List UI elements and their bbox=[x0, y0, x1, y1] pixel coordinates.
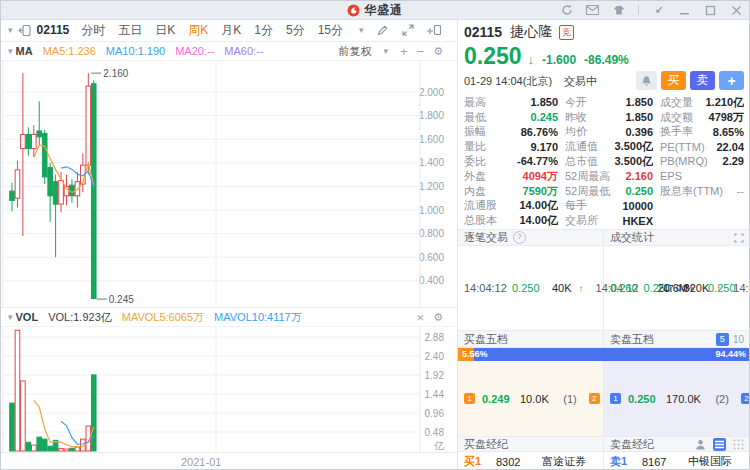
ma-value: MA10:1.190 bbox=[106, 45, 165, 57]
quote-label: 交易所 bbox=[565, 213, 598, 228]
stats-row: 0.26020.6M17.04% bbox=[604, 281, 702, 295]
gear-icon[interactable]: ⚙ bbox=[433, 45, 443, 58]
buy-button[interactable]: 买 bbox=[661, 71, 686, 90]
tab-日K[interactable]: 日K bbox=[155, 22, 175, 39]
add-pane-icon[interactable] bbox=[427, 24, 441, 36]
sell1-tag: 卖1 bbox=[610, 454, 642, 469]
sell-depth-row[interactable]: 10.250170.0K(2) bbox=[604, 391, 735, 406]
tab-1分[interactable]: 1分 bbox=[254, 22, 273, 39]
sell-button[interactable]: 卖 bbox=[690, 71, 715, 90]
help-icon[interactable]: ? bbox=[513, 231, 526, 244]
add-watchlist-button[interactable]: + bbox=[719, 71, 744, 90]
tab-5分[interactable]: 5分 bbox=[286, 22, 305, 39]
quote-value: 0.250 bbox=[625, 185, 653, 197]
vol-indicator-name[interactable]: VOL bbox=[16, 311, 39, 323]
last-price: 0.250 bbox=[464, 44, 522, 69]
window-controls bbox=[560, 1, 743, 19]
up-arrow-icon: ↑ bbox=[572, 283, 584, 294]
period-tab-list: 分时五日日K周K月K1分5分15分 bbox=[81, 22, 356, 39]
quote-cell-empty bbox=[660, 198, 744, 213]
fullscreen-icon[interactable] bbox=[402, 24, 414, 36]
popout-icon[interactable] bbox=[652, 4, 665, 17]
more-periods-caret[interactable]: ▾ bbox=[359, 25, 364, 35]
quote-value: 7590万 bbox=[523, 184, 558, 199]
chevron-down-icon[interactable]: ▾ bbox=[8, 25, 13, 35]
list-view-icon[interactable] bbox=[713, 438, 726, 451]
close-indicator-icon[interactable]: × bbox=[417, 311, 425, 324]
quote-label: 外盘 bbox=[464, 169, 486, 184]
draw-pencil-icon[interactable] bbox=[377, 24, 389, 36]
volume-chart[interactable]: 2.882.401.921.440.960.48亿 bbox=[1, 327, 457, 452]
quote-label: 委比 bbox=[464, 154, 486, 169]
quote-cell-52周最高: 52周最高2.160 bbox=[565, 169, 653, 184]
quote-cell-总市值: 总市值3.500亿 bbox=[565, 154, 653, 169]
sell-broker-item[interactable]: 卖1 8167 中银国际 bbox=[604, 452, 750, 470]
zoom-out-button[interactable]: − bbox=[417, 45, 425, 58]
broker-queue-row: 买1 8302 富途证券 卖1 8167 中银国际 bbox=[458, 452, 750, 470]
quote-label: 昨收 bbox=[565, 110, 587, 125]
sell-broker-title: 卖盘经纪 bbox=[610, 437, 654, 452]
tab-周K[interactable]: 周K bbox=[188, 22, 208, 39]
ma-value: MA5:1.236 bbox=[43, 45, 96, 57]
quote-label: 总股本 bbox=[464, 213, 497, 228]
tab-15分[interactable]: 15分 bbox=[318, 22, 343, 39]
tick-trade-list[interactable]: 14:04:120.25040K↑14:04:120.250320K↑14:04… bbox=[458, 246, 604, 330]
time-axis: 2021-01 bbox=[1, 452, 457, 470]
quote-cell-今开: 今开1.850 bbox=[565, 95, 653, 110]
tab-分时[interactable]: 分时 bbox=[81, 22, 105, 39]
stats-volume: 17.8M bbox=[744, 282, 750, 294]
svg-text:2.40: 2.40 bbox=[425, 351, 445, 362]
minimize-icon[interactable] bbox=[678, 4, 691, 17]
quote-cell-换手率: 换手率8.65% bbox=[660, 124, 744, 139]
mail-icon[interactable] bbox=[586, 4, 599, 17]
quote-label: 换手率 bbox=[660, 124, 693, 139]
quote-grid: 最高1.850今开1.850成交量1.210亿最低0.245昨收1.850成交额… bbox=[458, 95, 750, 229]
maximize-icon[interactable] bbox=[704, 4, 717, 17]
ma-caret-icon[interactable]: ▾ bbox=[8, 46, 13, 56]
depth-10-toggle[interactable]: 10 bbox=[733, 334, 744, 345]
svg-text:2.000: 2.000 bbox=[419, 87, 444, 98]
tick-time: 14:04:12 bbox=[464, 282, 512, 294]
svg-text:0.400: 0.400 bbox=[419, 275, 444, 286]
refresh-icon[interactable] bbox=[560, 4, 573, 17]
close-icon[interactable] bbox=[730, 4, 743, 17]
chart-tools bbox=[377, 19, 441, 41]
grid-view-icon[interactable] bbox=[733, 439, 744, 450]
sell-broker-id: 8167 bbox=[642, 456, 688, 468]
tab-月K[interactable]: 月K bbox=[221, 22, 241, 39]
adjust-caret-icon[interactable]: ▾ bbox=[383, 46, 388, 56]
gear-icon[interactable]: ⚙ bbox=[433, 311, 443, 324]
vol-caret-icon[interactable]: ▾ bbox=[8, 312, 13, 322]
tick-price: 0.250 bbox=[512, 282, 552, 294]
trade-stats-title: 成交统计 bbox=[610, 230, 654, 245]
quote-value: 9.170 bbox=[530, 141, 558, 153]
tab-五日[interactable]: 五日 bbox=[118, 22, 142, 39]
adjust-mode-selector[interactable]: 前复权 bbox=[338, 44, 371, 59]
x-axis-label: 2021-01 bbox=[181, 456, 221, 468]
period-tabbar: ▾ 02115 分时五日日K周K月K1分5分15分 ▾ bbox=[1, 19, 457, 42]
trade-stats-list[interactable]: 0.26020.6M17.04%0.25017.8M14.67%0.25512.… bbox=[604, 246, 750, 330]
quote-label: PB(MRQ) bbox=[660, 155, 708, 167]
depth-order-count: (2) bbox=[701, 393, 729, 405]
quote-value: 1.850 bbox=[530, 96, 558, 108]
vol-value: MAVOL10:4117万 bbox=[214, 311, 302, 323]
expand-icon[interactable] bbox=[734, 233, 744, 243]
sell-depth-row[interactable]: 20.2551.8M(12) bbox=[735, 391, 750, 406]
buy-broker-item[interactable]: 买1 8302 富途证券 bbox=[458, 452, 604, 470]
quote-label: 股息率(TTM) bbox=[660, 184, 723, 199]
buy-level-badge: 1 bbox=[464, 393, 475, 404]
quote-label: 总市值 bbox=[565, 154, 598, 169]
alert-bell-button[interactable] bbox=[636, 71, 657, 90]
quote-value: 3.500亿 bbox=[614, 139, 653, 154]
zoom-in-button[interactable]: + bbox=[400, 45, 408, 58]
ma-indicator-name[interactable]: MA bbox=[16, 45, 33, 57]
quote-value: -- bbox=[737, 185, 744, 197]
depth-section-body: 10.24910.0K(1)20.24830.0K(1)30.24750.0K(… bbox=[458, 361, 750, 436]
panel-collapse-icon[interactable] bbox=[18, 25, 31, 36]
person-icon[interactable] bbox=[695, 439, 706, 450]
buy-depth-row[interactable]: 10.24910.0K(1) bbox=[458, 391, 583, 406]
quote-cell-振幅: 振幅86.76% bbox=[464, 124, 558, 139]
depth-5-toggle[interactable]: 5 bbox=[716, 333, 729, 346]
theme-shirt-icon[interactable] bbox=[612, 4, 625, 17]
candlestick-chart[interactable]: 2.0001.8001.6001.4001.2001.0000.8000.600… bbox=[1, 61, 457, 307]
